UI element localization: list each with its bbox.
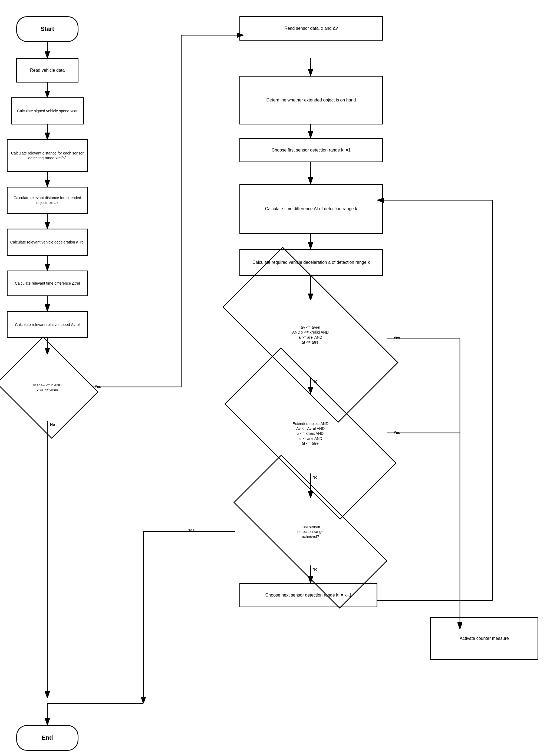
no-label-vcar: No xyxy=(50,422,55,427)
calc-time-diff-node: Calculate time difference Δt of detectio… xyxy=(239,184,383,234)
choose-next-node: Choose next sensor detection range k: = … xyxy=(239,583,377,607)
start-node: Start xyxy=(16,16,78,42)
yes-label-cond2: Yes xyxy=(394,430,400,435)
diamond-condition2: Extended object AND Δv <= Δvrel AND x <=… xyxy=(228,394,392,473)
diamond-vcar-text: vcar >= vmin AND vcar <= vmax xyxy=(8,354,86,421)
determine-extended-node: Determine whether extended object is on … xyxy=(239,76,383,124)
read-sensor-node: Read sensor data, x and Δv xyxy=(239,16,383,41)
yes-label-last: Yes xyxy=(188,528,195,532)
end-node: End xyxy=(16,725,78,751)
no-label-last: No xyxy=(313,567,318,572)
calc-speed-node: Calculate relevant relative speed Δvrel xyxy=(7,311,88,338)
no-label-cond2: No xyxy=(313,475,318,480)
calc-extended-dist-node: Calculate relevant distance for extended… xyxy=(7,187,88,214)
calc-signed-node: Calculate signed vehicle speed vcar xyxy=(11,97,84,124)
diamond-condition2-text: Extended object AND Δv <= Δvrel AND x <=… xyxy=(228,394,392,473)
diamond-condition1: Δv <= Δvrel AND x <= xrel[k] AND a >= ar… xyxy=(228,292,392,377)
yes-label-cond1: Yes xyxy=(394,336,400,340)
flowchart: Start Read vehicle data Calculate signed… xyxy=(0,0,560,754)
choose-first-node: Choose first sensor detection range k: =… xyxy=(239,138,383,162)
read-vehicle-node: Read vehicle data xyxy=(16,58,78,82)
diamond-last-range: Last sensor detection range achieved? xyxy=(235,498,385,566)
diamond-vcar: vcar >= vmin AND vcar <= vmax xyxy=(8,354,86,421)
calc-time-node: Calculate relevant time difference Δtrel xyxy=(7,271,88,296)
calc-relevant-dist-node: Calculate relevant distance for each sen… xyxy=(7,139,88,172)
activate-counter-node: Activate counter measure xyxy=(430,617,538,660)
diamond-condition1-text: Δv <= Δvrel AND x <= xrel[k] AND a >= ar… xyxy=(228,292,392,377)
calc-decel-node: Calculate relevant vehicle deceleration … xyxy=(7,229,88,256)
yes-label-vcar: Yes xyxy=(95,384,101,389)
diamond-last-range-text: Last sensor detection range achieved? xyxy=(235,498,385,566)
